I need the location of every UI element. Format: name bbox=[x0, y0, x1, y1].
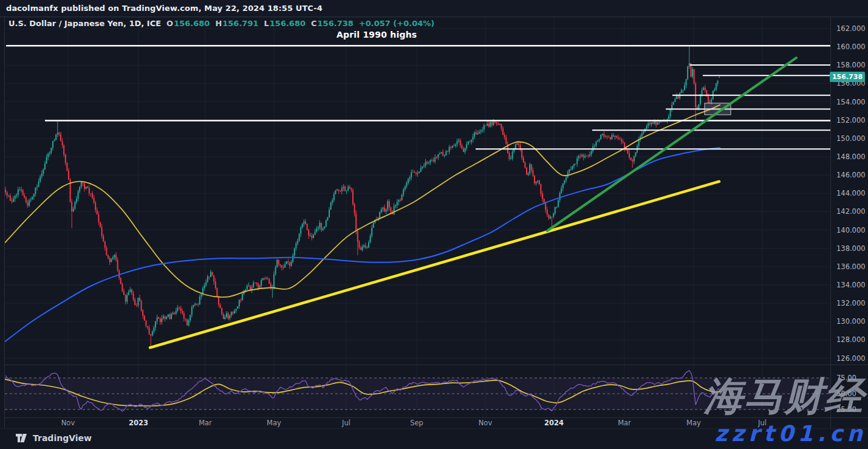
yellow-ma bbox=[5, 105, 720, 297]
tradingview-brand-text: TradingView bbox=[33, 433, 92, 443]
time-tick-label[interactable]: 2023 bbox=[129, 419, 148, 427]
april-1990-highs-annotation[interactable]: April 1990 highs bbox=[337, 30, 417, 39]
open-value: 156.680 bbox=[174, 19, 210, 28]
price-tick-label[interactable]: 136.000 bbox=[836, 262, 866, 271]
price-tick-label[interactable]: 144.000 bbox=[836, 189, 866, 197]
legend-change: +0.057 (+0.04%) bbox=[359, 19, 434, 28]
close-value: 156.738 bbox=[318, 19, 354, 28]
time-tick-label[interactable]: May bbox=[686, 419, 701, 427]
yellow-uptrend[interactable] bbox=[150, 182, 719, 348]
tradingview-attribution[interactable]: TradingView bbox=[16, 433, 92, 443]
down-bodies bbox=[5, 63, 709, 335]
time-tick-label[interactable]: Nov bbox=[61, 419, 75, 427]
legend-low: L156.680 bbox=[264, 19, 306, 28]
publish-header-bar: dacolmanfx published on TradingView.com,… bbox=[0, 0, 868, 17]
price-tick-label[interactable]: 132.000 bbox=[836, 299, 866, 307]
publish-info-text: dacolmanfx published on TradingView.com,… bbox=[6, 4, 323, 13]
pane-separators[interactable] bbox=[0, 17, 868, 429]
price-tick-label[interactable]: 126.000 bbox=[836, 354, 866, 363]
legend-high: H156.791 bbox=[215, 19, 258, 28]
price-tick-label[interactable]: 138.000 bbox=[836, 244, 866, 253]
symbol-legend[interactable]: U.S. Dollar / Japanese Yen, 1D, ICE O156… bbox=[9, 19, 434, 28]
price-tick-label[interactable]: 150.000 bbox=[836, 134, 866, 143]
price-tick-label[interactable]: 146.000 bbox=[836, 171, 866, 179]
price-tick-label[interactable]: 158.000 bbox=[836, 61, 866, 69]
price-tick-label[interactable]: 152.000 bbox=[836, 116, 866, 125]
close-label: C bbox=[311, 19, 317, 28]
price-tick-label[interactable]: 128.000 bbox=[836, 335, 866, 344]
tradingview-chart-screenshot: 162.000160.000158.000156.000154.000152.0… bbox=[0, 0, 868, 449]
time-tick-label[interactable]: Mar bbox=[199, 419, 212, 427]
price-tick-label[interactable]: 134.000 bbox=[836, 281, 866, 289]
legend-open: O156.680 bbox=[166, 19, 210, 28]
moving-average-layer bbox=[5, 105, 720, 341]
up-wicks bbox=[9, 46, 719, 337]
up-bodies bbox=[8, 63, 720, 335]
price-tick-label[interactable]: 142.000 bbox=[836, 207, 866, 216]
symbol-title[interactable]: U.S. Dollar / Japanese Yen, 1D, ICE bbox=[9, 19, 161, 28]
time-tick-label[interactable]: 2024 bbox=[544, 419, 564, 427]
watermark-site-text: zzrt01.cn bbox=[714, 423, 867, 445]
high-value: 156.791 bbox=[222, 19, 258, 28]
legend-close: C156.738 bbox=[311, 19, 354, 28]
price-tick-label[interactable]: 154.000 bbox=[836, 98, 866, 106]
open-label: O bbox=[166, 19, 173, 28]
time-tick-label[interactable]: Nov bbox=[479, 419, 493, 427]
candlestick-layer bbox=[5, 46, 720, 348]
time-tick-label[interactable]: Jul bbox=[341, 419, 350, 427]
time-tick-label[interactable]: Sep bbox=[410, 419, 423, 427]
down-wicks bbox=[5, 63, 708, 348]
axis-labels-layer[interactable]: 162.000160.000158.000156.000154.000152.0… bbox=[61, 24, 866, 427]
time-tick-label[interactable]: May bbox=[267, 419, 281, 427]
high-label: H bbox=[215, 19, 222, 28]
watermark-cn-text: 海马财经 bbox=[704, 375, 864, 417]
last-price-label: 156.738 bbox=[830, 72, 865, 82]
low-value: 156.680 bbox=[270, 19, 306, 28]
price-tick-label[interactable]: 160.000 bbox=[836, 43, 866, 51]
price-tick-label[interactable]: 148.000 bbox=[836, 153, 866, 161]
price-tick-label[interactable]: 130.000 bbox=[836, 317, 866, 326]
price-tick-label[interactable]: 162.000 bbox=[836, 24, 866, 33]
tradingview-logo-icon bbox=[16, 434, 29, 442]
green-uptrend[interactable] bbox=[547, 58, 796, 231]
price-tick-label[interactable]: 140.000 bbox=[836, 226, 866, 235]
time-tick-label[interactable]: Mar bbox=[618, 419, 631, 427]
low-label: L bbox=[264, 19, 269, 28]
